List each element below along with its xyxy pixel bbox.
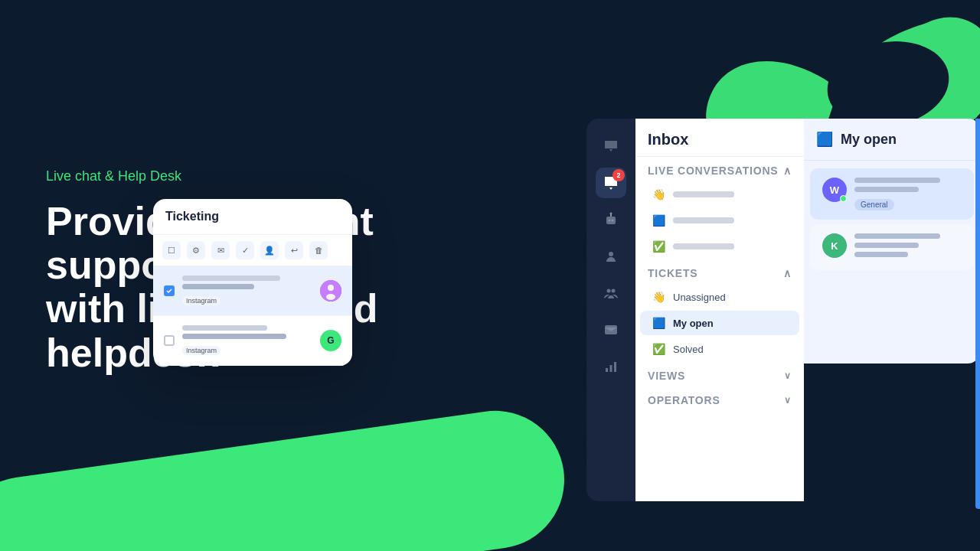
ticket-row-1[interactable]: Instagram [153, 266, 352, 316]
svg-point-6 [609, 220, 611, 222]
general-tag: General [854, 199, 894, 210]
sidebar-icon-conversations[interactable]: 2 [596, 168, 626, 198]
tagline: Live chat & Help Desk [46, 168, 490, 184]
toolbar-btn-assign[interactable]: 👤 [260, 241, 279, 259]
toolbar-btn-delete[interactable]: 🗑 [309, 241, 328, 259]
sidebar-icon-teams[interactable] [596, 278, 626, 308]
live-conv-item-3[interactable]: ✅ [640, 234, 799, 259]
toolbar-btn-mail[interactable]: ✉ [211, 241, 230, 259]
tickets-unassigned[interactable]: 👋 Unassigned [640, 285, 799, 309]
svg-point-9 [610, 213, 612, 215]
conversations-badge: 2 [612, 169, 625, 181]
conversation-item-2[interactable]: K [810, 224, 974, 270]
sidebar-icon-bot[interactable] [596, 204, 626, 235]
ui-mockup: 2 Inbox LIVE CONVERSATIONS [586, 119, 980, 509]
svg-rect-16 [614, 362, 616, 372]
tickets-my-open[interactable]: 🟦 My open [640, 311, 799, 335]
conversation-item-1[interactable]: W General [810, 168, 974, 220]
ticket-avatar-1 [320, 280, 341, 302]
inbox-panel: Inbox LIVE CONVERSATIONS ∧ 👋 🟦 ✅ TICKETS… [635, 119, 804, 501]
sidebar-icon-contacts[interactable] [596, 241, 626, 272]
live-conversations-label: LIVE CONVERSATIONS ∧ [635, 157, 804, 181]
toolbar-btn-checkbox[interactable]: ☐ [162, 241, 181, 259]
toolbar-btn-reply[interactable]: ↩ [285, 241, 303, 259]
avatar-w: W [822, 178, 847, 202]
svg-point-7 [612, 220, 614, 222]
toolbar-btn-settings[interactable]: ⚙ [187, 241, 205, 259]
ticket-channel-2: Instagram [182, 346, 220, 355]
my-open-header: 🟦 My open [804, 119, 980, 161]
ticketing-title: Ticketing [153, 199, 352, 235]
sidebar: 2 [586, 119, 635, 501]
views-label: VIEWS ∨ [635, 362, 804, 386]
svg-point-18 [328, 285, 334, 291]
svg-point-19 [326, 294, 335, 300]
operators-label: OPERATORS ∨ [635, 386, 804, 411]
tickets-solved[interactable]: ✅ Solved [640, 337, 799, 361]
svg-point-10 [609, 252, 613, 256]
online-indicator [840, 195, 847, 202]
toolbar-btn-check[interactable]: ✓ [236, 241, 254, 259]
svg-point-11 [607, 289, 611, 293]
blue-accent-line [975, 119, 980, 509]
svg-point-12 [612, 289, 616, 293]
my-open-label: My open [673, 318, 714, 329]
inbox-title: Inbox [635, 119, 804, 157]
sidebar-icon-mail[interactable] [596, 315, 626, 345]
ticket-row-2[interactable]: Instagram G [153, 316, 352, 366]
ticket-checkbox-2[interactable] [164, 335, 175, 346]
ticket-checkbox-1[interactable] [164, 285, 175, 296]
live-conv-item-2[interactable]: 🟦 [640, 208, 799, 233]
ticket-avatar-2: G [320, 330, 341, 351]
svg-rect-15 [610, 365, 612, 372]
ticketing-panel: Ticketing ☐ ⚙ ✉ ✓ 👤 ↩ 🗑 Instagram [153, 199, 352, 366]
live-conv-item-1[interactable]: 👋 [640, 182, 799, 207]
ticket-channel-1: Instagram [182, 296, 220, 305]
green-ribbon-decoration [0, 402, 573, 551]
sidebar-icon-inbox[interactable] [596, 131, 626, 161]
avatar-k: K [822, 233, 847, 258]
svg-rect-14 [606, 368, 608, 372]
sidebar-icon-reports[interactable] [596, 351, 626, 382]
ticketing-toolbar: ☐ ⚙ ✉ ✓ 👤 ↩ 🗑 [153, 235, 352, 266]
svg-rect-5 [606, 217, 616, 224]
my-open-panel: 🟦 My open W General K [804, 119, 980, 364]
my-open-panel-title: My open [841, 132, 897, 148]
tickets-label: TICKETS ∧ [635, 259, 804, 284]
